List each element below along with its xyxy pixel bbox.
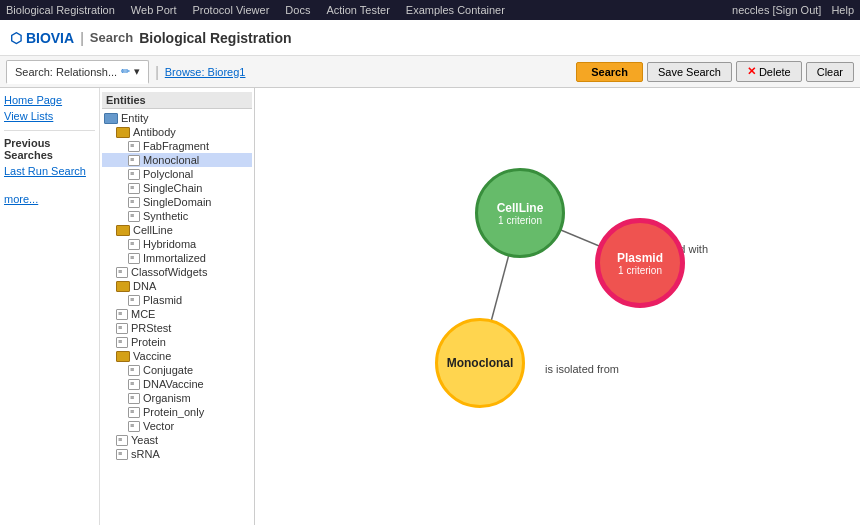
tree-item-label: DNAVaccine [143,378,204,390]
nav-protocol-viewer[interactable]: Protocol Viewer [193,4,270,16]
entity-icon [116,435,128,446]
tree-item-mce[interactable]: MCE [102,307,252,321]
tree-item-organism[interactable]: Organism [102,391,252,405]
node-sublabel: 1 criterion [618,265,662,276]
diagram-area: is transfected withis isolated from Cell… [255,88,860,525]
node-label: Monoclonal [447,356,514,370]
graph-svg: is transfected withis isolated from [255,88,860,525]
tree-item-label: Protein [131,336,166,348]
top-nav-right: neccles [Sign Out] Help [732,4,854,16]
search-label: Search [90,30,133,45]
graph-node-plasmid[interactable]: Plasmid1 criterion [595,218,685,308]
tree-item-label: CellLine [133,224,173,236]
user-signout[interactable]: neccles [Sign Out] [732,4,821,16]
app-title: Biological Registration [139,30,291,46]
tree-item-singledomain[interactable]: SingleDomain [102,195,252,209]
tree-container: EntityAntibodyFabFragmentMonoclonalPolyc… [102,111,252,461]
nav-docs[interactable]: Docs [285,4,310,16]
last-run-search-link[interactable]: Last Run Search [4,165,95,177]
entity-icon [128,211,140,222]
more-link[interactable]: more... [4,193,38,205]
tab-search-dropdown-icon[interactable]: ▾ [134,65,140,78]
tree-item-classofwidgets[interactable]: ClassofWidgets [102,265,252,279]
prev-searches-label: Previous Searches [4,137,95,161]
view-lists-link[interactable]: View Lists [4,110,95,122]
save-search-button[interactable]: Save Search [647,62,732,82]
tree-item-polyclonal[interactable]: Polyclonal [102,167,252,181]
tree-item-label: Protein_only [143,406,204,418]
tree-item-label: Monoclonal [143,154,199,166]
tree-item-cellline[interactable]: CellLine [102,223,252,237]
tree-item-label: DNA [133,280,156,292]
tree-item-plasmid[interactable]: Plasmid [102,293,252,307]
tree-item-label: FabFragment [143,140,209,152]
svg-text:is isolated from: is isolated from [545,363,619,375]
nav-action-tester[interactable]: Action Tester [326,4,389,16]
tab-search[interactable]: Search: Relationsh... ✏ ▾ [6,60,149,84]
delete-label: Delete [759,66,791,78]
tree-item-vaccine[interactable]: Vaccine [102,349,252,363]
entity-icon [116,323,128,334]
graph-node-cellline[interactable]: CellLine1 criterion [475,168,565,258]
x-icon: ✕ [747,65,756,78]
home-page-link[interactable]: Home Page [4,94,95,106]
entity-icon [128,365,140,376]
entity-icon [128,141,140,152]
entity-icon [128,169,140,180]
entity-icon [128,379,140,390]
logo-area: ⬡ BIOVIA | Search Biological Registratio… [10,30,292,46]
tree-item-fabfragment[interactable]: FabFragment [102,139,252,153]
tree-item-dna[interactable]: DNA [102,279,252,293]
tree-item-label: Organism [143,392,191,404]
nav-bio-reg[interactable]: Biological Registration [6,4,115,16]
tree-item-label: Yeast [131,434,158,446]
browse-link[interactable]: Browse: Bioreg1 [165,66,246,78]
tab-search-label: Search: Relationsh... [15,66,117,78]
tree-item-srna[interactable]: sRNA [102,447,252,461]
sidebar-nav: Home Page View Lists [4,94,95,122]
nav-web-port[interactable]: Web Port [131,4,177,16]
help-link[interactable]: Help [831,4,854,16]
clear-button[interactable]: Clear [806,62,854,82]
tree-item-label: Vaccine [133,350,171,362]
search-button[interactable]: Search [576,62,643,82]
entity-icon [128,253,140,264]
tree-item-synthetic[interactable]: Synthetic [102,209,252,223]
graph-node-monoclonal[interactable]: Monoclonal [435,318,525,408]
tree-item-label: Polyclonal [143,168,193,180]
tree-item-label: Hybridoma [143,238,196,250]
tree-item-conjugate[interactable]: Conjugate [102,363,252,377]
entity-icon [128,239,140,250]
tab-search-edit-icon[interactable]: ✏ [121,65,130,78]
node-sublabel: 1 criterion [498,215,542,226]
tree-header: Entities [102,92,252,109]
folder-icon [116,225,130,236]
tree-item-label: MCE [131,308,155,320]
tree-item-vector[interactable]: Vector [102,419,252,433]
main-layout: Home Page View Lists Previous Searches L… [0,88,860,525]
tree-item-singlechain[interactable]: SingleChain [102,181,252,195]
tree-item-entity[interactable]: Entity [102,111,252,125]
tree-item-protein[interactable]: Protein [102,335,252,349]
entity-icon [128,197,140,208]
delete-button[interactable]: ✕ Delete [736,61,802,82]
tree-item-dnavaccine[interactable]: DNAVaccine [102,377,252,391]
entity-icon [128,421,140,432]
tree-item-label: Plasmid [143,294,182,306]
tree-item-label: SingleChain [143,182,202,194]
tree-item-yeast[interactable]: Yeast [102,433,252,447]
nav-examples[interactable]: Examples Container [406,4,505,16]
tree-item-hybridoma[interactable]: Hybridoma [102,237,252,251]
separator-pipe: | [80,30,84,46]
tree-item-immortalized[interactable]: Immortalized [102,251,252,265]
tree-item-prstest[interactable]: PRStest [102,321,252,335]
sidebar: Home Page View Lists Previous Searches L… [0,88,100,525]
tree-item-monoclonal[interactable]: Monoclonal [102,153,252,167]
entity-icon [128,393,140,404]
folder-icon [104,113,118,124]
entity-icon [128,155,140,166]
tree-item-label: Immortalized [143,252,206,264]
tree-item-label: Conjugate [143,364,193,376]
tree-item-antibody[interactable]: Antibody [102,125,252,139]
tree-item-protein-only[interactable]: Protein_only [102,405,252,419]
